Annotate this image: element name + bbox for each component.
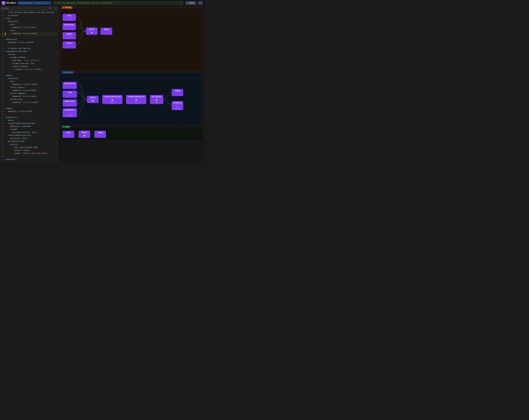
line-48: 48 - job_name: 'otel-collector' xyxy=(0,59,58,62)
traces-exporter-debug[interactable]: debug ↓ xyxy=(101,28,112,35)
metrics-processor-resourcedetection-system-sub: system xyxy=(104,102,121,103)
topbar: O OTelBin Validation: Browser-only ▾ ⓘ T… xyxy=(0,0,204,6)
metrics-processor-attributes-sub: conf xyxy=(152,102,162,103)
line-77: 77 - key: participant.name xyxy=(0,146,58,149)
metrics-receiver-otlp-label: otlp xyxy=(64,92,75,94)
chevron-down-icon: ▾ xyxy=(48,2,49,4)
line-63: 63 xyxy=(0,104,58,108)
line-81: 81exporters: xyxy=(0,158,58,161)
metrics-arrow-1: → xyxy=(100,98,101,101)
line-35: 35 protocols: xyxy=(0,20,58,24)
traces-connector-svg xyxy=(76,11,86,51)
validation-label: Validation: Browser-only xyxy=(21,2,48,4)
line-64: 64zipkin: xyxy=(0,108,58,110)
line-68: 68 batch: xyxy=(0,119,58,122)
line-40: 40 xyxy=(0,36,58,39)
close-icon[interactable]: ✕ xyxy=(181,2,182,4)
traces-receiver-opencensus[interactable]: opencensus ↓ xyxy=(63,23,76,30)
app-title: OTelBin xyxy=(6,2,16,4)
metrics-receiver-hostmetrics-icon: ↓ xyxy=(64,85,75,88)
line-50: 50 static_configs: xyxy=(0,66,58,68)
metrics-arrow-3: → xyxy=(147,98,149,101)
logs-pipeline-label: ≡ Logs xyxy=(62,126,70,128)
line-39: 39 endpoint: 0.0.0.0:4318 xyxy=(0,32,58,36)
line-49: 49 scrape_interval: 10s xyxy=(0,62,58,66)
metrics-processor-resourcedetection-system-wrap: resourcedetection ▣ system xyxy=(102,95,122,104)
traces-processors: batch ▣ → xyxy=(86,27,101,35)
line-72: 72 hostname_sources: [os] xyxy=(0,131,58,134)
metrics-exporter-otlphttp[interactable]: otlphttp ↓ splunk xyxy=(172,101,183,110)
metrics-exporters: debug ↓ otlphttp ↓ splunk xyxy=(172,89,183,110)
metrics-receiver-prometheus-icon: ↓ xyxy=(64,112,75,114)
metrics-receiver-hostmetrics-label: hostmetrics xyxy=(64,83,75,85)
metrics-processor-batch[interactable]: batch ▣ xyxy=(87,96,99,103)
traces-processor-batch-icon: ▣ xyxy=(88,31,96,34)
copy-icon[interactable]: ⧉ xyxy=(49,7,51,10)
metrics-receiver-opencensus-icon: ↓ xyxy=(64,103,75,106)
metrics-processor-attributes[interactable]: attributes ▣ conf xyxy=(150,95,163,104)
metrics-receiver-prometheus[interactable]: prometheus ↓ internal xyxy=(63,108,77,117)
metrics-processor-chain: batch ▣ → resourcedetection ▣ system → xyxy=(87,95,163,104)
main-layout: Config ⧉ ↓ ⤢ 32 # Per process CPU, Memor… xyxy=(0,6,204,162)
metrics-processor-resourcedetection-ec2-sub: ec2 xyxy=(128,102,145,103)
line-61: 61 thrift_http: xyxy=(0,98,58,101)
line-82: 82 debug: xyxy=(0,161,58,162)
logs-processor-batch-label: batch xyxy=(80,132,89,133)
logs-exporter-debug[interactable]: debug ↓ xyxy=(94,131,106,138)
metrics-processor-resourcedetection-ec2[interactable]: resourcedetection ▣ ec2 xyxy=(126,95,146,104)
logo: O OTelBin xyxy=(2,1,16,5)
line-66: 66 xyxy=(0,113,58,116)
line-74: 74 detectors: [ec2] xyxy=(0,137,58,140)
line-33: 33 # process: xyxy=(0,14,58,17)
metrics-processor-resourcedetection-ec2-icon: ▣ xyxy=(128,98,145,101)
metrics-receiver-opencensus[interactable]: opencensus ↓ xyxy=(63,99,77,107)
line-32: 32 # Per process CPU, Memory and Disk I/… xyxy=(0,12,58,14)
traces-receiver-zipkin[interactable]: zipkin ↓ xyxy=(63,41,76,48)
line-76: 76 actions: xyxy=(0,143,58,146)
line-59: 59 thrift_compact: xyxy=(0,93,58,95)
line-52: 52 xyxy=(0,71,58,74)
line-47: 47 scrape_configs: xyxy=(0,56,58,59)
traces-processor-batch[interactable]: batch ▣ xyxy=(86,27,98,35)
metrics-exporter-debug-icon: ↓ xyxy=(173,93,182,95)
metrics-processor-attributes-label: attributes xyxy=(152,96,162,98)
metrics-exporter-debug[interactable]: debug ↓ xyxy=(172,89,183,96)
metrics-processor-resourcedetection-label: resourcedetection xyxy=(104,96,121,98)
traces-receiver-otlp[interactable]: otlp ↓ xyxy=(63,14,76,21)
validation-badge[interactable]: Validation: Browser-only ▾ xyxy=(18,1,51,5)
code-panel-icons: ⧉ ↓ ⤢ xyxy=(49,7,56,10)
traces-arrow-1: → xyxy=(99,30,101,33)
metrics-processor-resourcedetection-system-icon: ▣ xyxy=(104,98,121,101)
metrics-receiver-hostmetrics[interactable]: hostmetrics ↓ xyxy=(63,82,77,89)
metrics-pipeline: ⬡ Metrics hostmetrics ↓ otlp ↓ opencensu… xyxy=(60,73,203,125)
traces-receiver-zipkin-icon: ↓ xyxy=(64,45,74,47)
metrics-processor-attributes-wrap: attributes ▣ conf xyxy=(150,95,163,104)
metrics-processor-batch-label: batch xyxy=(89,97,97,99)
line-69: 69 resourcedetection/system: xyxy=(0,122,58,125)
logs-arrow-2: → xyxy=(92,133,93,136)
traces-receiver-jaeger[interactable]: jaeger ↓ xyxy=(63,32,76,39)
download-icon[interactable]: ↓ xyxy=(52,7,53,10)
share-button[interactable]: ↑ Share xyxy=(185,1,196,5)
expand-icon[interactable]: ⤢ xyxy=(55,7,56,10)
line-36: 36 grpc: xyxy=(0,24,58,27)
line-57: 57 thrift_binary: xyxy=(0,86,58,89)
line-55: 55 grpc: xyxy=(0,81,58,83)
metrics-export-connector-svg xyxy=(163,89,172,109)
logs-processor-batch[interactable]: batch ▣ xyxy=(79,131,90,138)
user-button[interactable]: → xyxy=(198,1,203,5)
metrics-processor-resourcedetection-system[interactable]: resourcedetection ▣ system xyxy=(102,95,122,104)
metrics-processor-batch-icon: ▣ xyxy=(89,99,97,102)
logs-arrow-1: → xyxy=(76,133,77,136)
logs-receiver-otlp[interactable]: otlp ↓ xyxy=(63,131,74,138)
metrics-processor-resourcedetection-ec2-wrap: resourcedetection ▣ ec2 xyxy=(126,95,146,104)
metrics-exporter-otlphttp-sub: splunk xyxy=(173,108,182,109)
traces-receiver-otlp-label: otlp xyxy=(64,15,74,17)
traces-receiver-zipkin-label: zipkin xyxy=(64,42,74,44)
line-70: 70 detectors: [system] xyxy=(0,125,58,128)
traces-receiver-otlp-icon: ↓ xyxy=(64,17,74,20)
metrics-receivers: hostmetrics ↓ otlp ↓ opencensus ↓ promet… xyxy=(63,82,77,117)
line-67: 67processors: xyxy=(0,116,58,119)
metrics-receiver-otlp[interactable]: otlp ↓ xyxy=(63,91,77,98)
visual-panel: ✦ Traces otlp ↓ opencensus ↓ jaeger ↓ xyxy=(58,6,204,162)
